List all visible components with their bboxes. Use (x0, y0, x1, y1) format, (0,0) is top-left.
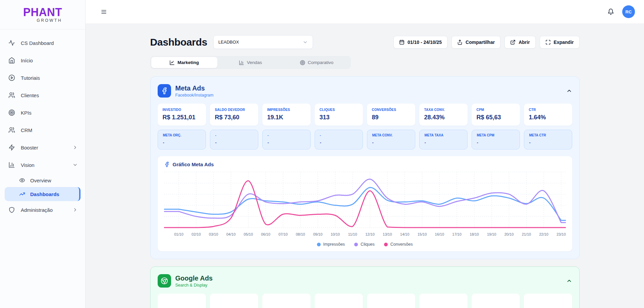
kpi-value: R$ 1.251,01 (163, 114, 201, 121)
chart-legend: ImpressõesCliquesConversões (164, 242, 566, 247)
open-button[interactable]: Abrir (504, 36, 535, 49)
svg-text:10/10: 10/10 (330, 232, 340, 236)
kpi-tile (472, 294, 520, 308)
bell-icon[interactable] (607, 8, 614, 15)
sidebar-item-crm[interactable]: CRM (0, 121, 85, 139)
sidebar-item-início[interactable]: Início (0, 52, 85, 69)
users-icon (8, 92, 15, 99)
meta-goal-label: - (320, 133, 358, 137)
maximize-icon (545, 40, 551, 45)
date-range-label: 01/10 - 24/10/25 (408, 40, 442, 45)
svg-text:11/10: 11/10 (348, 232, 357, 236)
sidebar-item-kpis[interactable]: KPIs (0, 104, 85, 121)
trending-up-icon (19, 191, 25, 197)
line-chart-icon (169, 60, 175, 65)
svg-text:04/10: 04/10 (226, 232, 235, 236)
meta-ads-card: Meta Ads Facebook/Instagram INVESTIDOR$ … (150, 76, 580, 259)
meta-goal-value: - (215, 140, 253, 145)
meta-goal-label: META TAXA (425, 133, 462, 137)
kpi-value: 19.1K (267, 114, 306, 121)
page-title: Dashboards (150, 37, 207, 48)
tab-vendas[interactable]: Vendas (217, 57, 283, 68)
sidebar-item-label: CS Dashboard (21, 40, 54, 46)
legend-dot (354, 243, 358, 246)
sidebar-item-overview[interactable]: Overview (0, 174, 85, 187)
bar-chart-icon (239, 60, 244, 65)
meta-goal-label: - (268, 133, 305, 137)
date-range-button[interactable]: 01/10 - 24/10/25 (393, 36, 447, 49)
collapse-google-icon[interactable] (566, 278, 572, 284)
kpi-value: 313 (320, 114, 358, 121)
kpi-tile (367, 294, 415, 308)
home-icon (8, 57, 15, 64)
kpi-value: 89 (372, 114, 410, 121)
share-button[interactable]: Compartilhar (451, 36, 500, 49)
meta-ads-title: Meta Ads (175, 84, 214, 92)
svg-text:05/10: 05/10 (244, 232, 253, 236)
svg-text:23/10: 23/10 (556, 232, 566, 236)
calendar-icon (399, 40, 405, 45)
legend-dot (384, 243, 388, 246)
kpi-tile: INVESTIDOR$ 1.251,01 (158, 104, 206, 126)
kpi-label: INVESTIDO (163, 108, 201, 112)
meta-kpi-row: INVESTIDOR$ 1.251,01SALDO DEVEDORR$ 73,6… (158, 104, 572, 126)
kpi-tile (419, 294, 468, 308)
tab-comparativo[interactable]: Comparativo (283, 57, 350, 68)
tab-marketing[interactable]: Marketing (151, 57, 217, 68)
sidebar: PHANT GROWTH CS DashboardInícioTutoriais… (0, 0, 86, 308)
google-ads-card: Google Ads Search & Display (150, 266, 580, 308)
bar-chart-icon (8, 162, 15, 168)
sidebar-item-label: Overview (30, 178, 51, 183)
sidebar-item-label: Clientes (21, 93, 39, 98)
collapse-meta-icon[interactable] (566, 88, 572, 94)
sidebar-item-label: Booster (21, 145, 38, 150)
google-ads-title: Google Ads (175, 274, 213, 282)
chevron-down-icon (72, 162, 78, 168)
sidebar-item-vision[interactable]: Vision (0, 156, 85, 174)
kpi-value: R$ 73,60 (215, 114, 253, 121)
activity-icon (8, 40, 15, 46)
sidebar-item-clientes[interactable]: Clientes (0, 86, 85, 104)
svg-text:12/10: 12/10 (365, 232, 375, 236)
chevron-right-icon (72, 207, 78, 212)
share-label: Compartilhar (466, 40, 495, 45)
sidebar-item-cs-dashboard[interactable]: CS Dashboard (0, 34, 85, 52)
svg-text:13/10: 13/10 (383, 232, 392, 236)
users-icon (8, 127, 15, 133)
expand-button[interactable]: Expandir (540, 36, 580, 49)
sidebar-item-dashboards[interactable]: Dashboards (5, 187, 80, 201)
kpi-label: IMPRESSÕES (267, 108, 306, 112)
meta-goal-value: - (372, 140, 410, 145)
google-kpi-row (158, 294, 572, 308)
meta-goal-label: - (215, 133, 253, 137)
sidebar-item-label: Administração (21, 207, 53, 213)
facebook-icon (158, 84, 171, 98)
menu-icon[interactable] (101, 9, 107, 15)
kpi-tile: CLIQUES313 (315, 104, 363, 126)
meta-goal-value: - (320, 140, 358, 145)
sidebar-item-tutoriais[interactable]: Tutoriais (0, 69, 85, 86)
brand-name: PHANT (23, 6, 62, 18)
chevron-right-icon (72, 145, 78, 150)
meta-goal-tile: META CTR- (524, 130, 572, 149)
avatar[interactable]: RC (622, 5, 635, 18)
svg-text:01/10: 01/10 (174, 232, 183, 236)
legend-label: Conversões (390, 242, 413, 247)
meta-goal-value: - (268, 140, 305, 145)
sidebar-item-booster[interactable]: Booster (0, 139, 85, 156)
open-label: Abrir (519, 40, 530, 45)
chrome-icon (158, 274, 171, 288)
tab-label: Marketing (177, 60, 199, 65)
meta-goals-row: META ORÇ.-------META CONV.-META TAXA-MET… (158, 130, 572, 149)
svg-text:06/10: 06/10 (261, 232, 270, 236)
sidebar-item-label: Tutoriais (21, 75, 40, 81)
facebook-icon (164, 162, 170, 167)
legend-label: Impressões (323, 242, 345, 247)
dashboard-select[interactable]: LEADBOX (213, 35, 313, 49)
meta-goal-value: - (163, 140, 201, 145)
svg-text:02/10: 02/10 (192, 232, 201, 236)
kpi-tile: TAXA CONV.28.43% (419, 104, 468, 126)
meta-goal-label: META CONV. (372, 133, 410, 137)
meta-goal-value: - (529, 140, 567, 145)
sidebar-item-administração[interactable]: Administração (0, 201, 85, 219)
